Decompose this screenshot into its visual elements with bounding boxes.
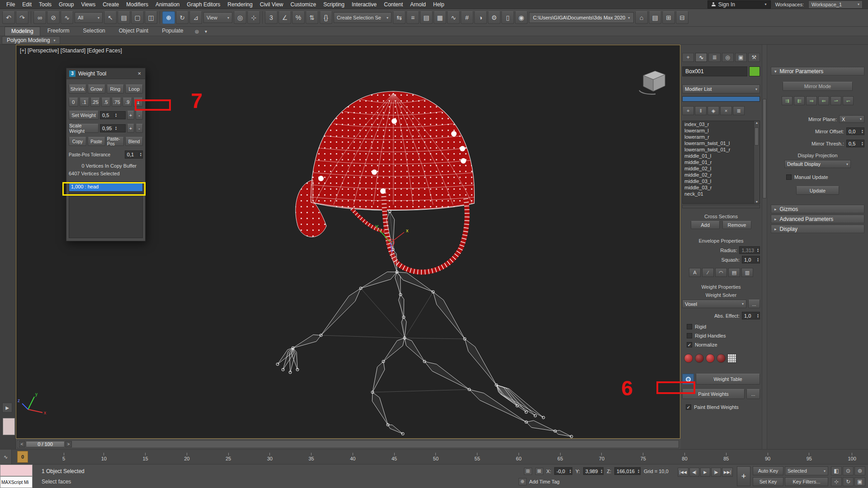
falloff-icon[interactable]: ∕: [702, 268, 714, 277]
weight-table-button[interactable]: Weight Table: [696, 374, 760, 385]
tab-populate[interactable]: Populate: [156, 27, 189, 36]
tab-selection[interactable]: Selection: [76, 27, 111, 36]
utilities-tab-icon[interactable]: ⚒: [748, 53, 760, 62]
z-coordinate-field[interactable]: 166,016: [614, 467, 641, 475]
object-color-swatch[interactable]: [749, 66, 760, 76]
weight-0-button[interactable]: 0: [69, 98, 78, 107]
motion-tab-icon[interactable]: ◎: [722, 53, 734, 62]
paste-pos-tolerance-spinner[interactable]: 0,1: [125, 150, 143, 159]
mirror-paste-6-icon[interactable]: ↽: [843, 96, 854, 105]
weight-05-button[interactable]: .5: [101, 98, 111, 107]
add-time-tag-label[interactable]: Add Time Tag: [529, 479, 560, 484]
ribbon-options-icon[interactable]: ◎: [193, 28, 201, 35]
blend-button[interactable]: Blend: [125, 137, 143, 146]
close-icon[interactable]: ×: [136, 70, 142, 77]
menu-arnold[interactable]: Arnold: [406, 0, 429, 9]
bind-to-space-warp-icon[interactable]: ∿: [61, 11, 73, 24]
weight-1-button[interactable]: 1: [133, 98, 143, 107]
exclude-selected-verts-icon[interactable]: [684, 354, 693, 363]
selection-filter-dropdown[interactable]: All ▾: [75, 12, 103, 23]
use-pivot-point-icon[interactable]: ◎: [234, 11, 246, 24]
bone-list-item[interactable]: middle_03_l: [683, 178, 760, 184]
chevron-down-icon[interactable]: ▾: [203, 28, 210, 35]
display-tab-icon[interactable]: ▣: [735, 53, 747, 62]
create-key-button[interactable]: +: [737, 466, 750, 486]
next-frame-button[interactable]: |▶: [711, 468, 721, 477]
project-path-field[interactable]: C:\Users\GIGA\Documents\3ds Max 2020 ▾: [529, 12, 634, 23]
remove-modifier-icon[interactable]: ×: [720, 106, 732, 115]
set-weight-spinner[interactable]: 0,5: [100, 111, 126, 119]
percent-snap-icon[interactable]: %: [292, 11, 305, 24]
mirror-icon[interactable]: ⇆: [393, 11, 406, 24]
hierarchy-tab-icon[interactable]: ≣: [708, 53, 720, 62]
snaps-toggle-icon[interactable]: 3: [265, 11, 278, 24]
object-name-field[interactable]: Box001: [682, 66, 747, 76]
weight-09-button[interactable]: .9: [123, 98, 132, 107]
go-to-start-button[interactable]: |◀◀: [678, 468, 689, 477]
current-frame-marker[interactable]: 0: [17, 451, 28, 463]
menu-rendering[interactable]: Rendering: [224, 0, 256, 9]
go-to-end-button[interactable]: ▶▶|: [722, 468, 733, 477]
bone-list-item[interactable]: middle_01_l: [683, 153, 760, 159]
set-weight-minus-button[interactable]: -: [136, 111, 143, 120]
mirror-paste-1-icon[interactable]: ⇉: [782, 96, 793, 105]
zoom-all-icon[interactable]: ⊚: [854, 466, 865, 475]
named-selection-set-combo[interactable]: Create Selection Se ▾: [334, 12, 392, 23]
tab-modeling[interactable]: Modeling: [5, 27, 40, 36]
angle-snap-icon[interactable]: ∠: [278, 11, 291, 24]
paste-pos-button[interactable]: Paste-Pos: [107, 137, 124, 146]
pin-stack-icon[interactable]: ⌖: [682, 106, 694, 115]
select-and-scale-icon[interactable]: ⊿: [189, 11, 202, 24]
auto-key-button[interactable]: Auto Key: [753, 466, 783, 475]
track-bar-ruler[interactable]: 0 51015202530354045505560657075808590951…: [12, 450, 868, 464]
modifier-stack-selected-row[interactable]: [682, 96, 760, 102]
weight-01-button[interactable]: .1: [80, 98, 89, 107]
bone-list-item[interactable]: index_03_r: [683, 121, 760, 127]
viewcube[interactable]: [637, 67, 668, 99]
time-slider-track[interactable]: < 0 / 100 >: [17, 440, 679, 448]
menu-scripting[interactable]: Scripting: [320, 0, 348, 9]
polygon-modeling-tab[interactable]: Polygon Modeling ▾: [2, 36, 60, 44]
set-weight-button[interactable]: Set Weight: [69, 111, 99, 120]
copy-envelope-icon[interactable]: ◠: [715, 268, 727, 277]
show-end-result-icon[interactable]: ‖: [695, 106, 707, 115]
menu-customize[interactable]: Customize: [287, 0, 320, 9]
zoom-icon[interactable]: ⊙: [843, 466, 854, 475]
spinner-arrows[interactable]: [756, 314, 760, 318]
bone-list-item[interactable]: neck_01: [683, 191, 760, 197]
weight-tool-dialog[interactable]: 3 Weight Tool × ShrinkGrowRingLoop 0.1.2…: [66, 68, 146, 241]
weight-solver-dropdown[interactable]: Voxel ▾: [682, 300, 746, 308]
pan-icon[interactable]: ⊹: [831, 477, 842, 486]
scale-weight-minus-button[interactable]: -: [136, 124, 143, 133]
menu-views[interactable]: Views: [77, 0, 99, 9]
paint-weights-button[interactable]: Paint Weights: [682, 389, 745, 399]
spinner-arrows[interactable]: [860, 129, 864, 134]
bone-list-item[interactable]: lowerarm_twist_01_l: [683, 140, 760, 146]
add-cross-section-button[interactable]: Add: [691, 221, 720, 229]
rollout-gizmos[interactable]: Gizmos: [771, 205, 864, 213]
menu-tools[interactable]: Tools: [35, 0, 55, 9]
manual-update-checkbox[interactable]: Manual Update: [786, 174, 864, 180]
transform-type-in-icon[interactable]: ⊞: [524, 468, 532, 475]
align-icon[interactable]: ≡: [406, 11, 419, 24]
maximize-viewport-icon[interactable]: ▣: [854, 477, 865, 486]
key-filters-button[interactable]: Key Filters...: [785, 477, 828, 486]
shrink-button[interactable]: Shrink: [69, 84, 86, 94]
rigid-checkbox[interactable]: Rigid: [687, 324, 760, 329]
paste-envelope-icon[interactable]: ▤: [728, 268, 740, 277]
workspace-dropdown[interactable]: Workspace_1 ▾: [808, 0, 863, 9]
menu-graph-editors[interactable]: Graph Editors: [183, 0, 224, 9]
weight-025-button[interactable]: .25: [90, 98, 100, 107]
modifier-list-dropdown[interactable]: Modifier List ▾: [682, 84, 760, 94]
scrollbar-thumb[interactable]: [763, 99, 766, 198]
mirror-paste-5-icon[interactable]: ⇀: [830, 96, 841, 105]
redo-icon[interactable]: ↷: [16, 11, 28, 24]
bone-list-item[interactable]: lowerarm_l: [683, 127, 760, 134]
ring-button[interactable]: Ring: [107, 84, 124, 94]
spinner-arrows[interactable]: [114, 126, 118, 131]
maxscript-mini-listener[interactable]: MAXScript Mi: [0, 465, 33, 488]
scale-weight-button[interactable]: Scale Weight: [69, 124, 99, 133]
reference-coordinate-dropdown[interactable]: View ▾: [203, 12, 232, 23]
menu-content[interactable]: Content: [380, 0, 406, 9]
absolute-effect-icon[interactable]: A: [689, 268, 701, 277]
